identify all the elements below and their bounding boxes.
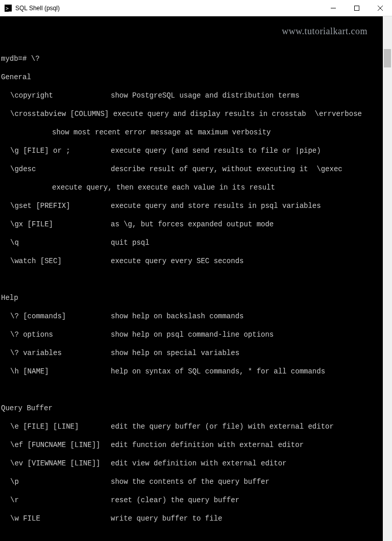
desc-w: write query buffer to file [111, 514, 222, 523]
watermark-text: www.tutorialkart.com [282, 27, 368, 36]
cmd-e: \e [FILE] [LINE] [1, 422, 111, 431]
desc-copyright: show PostgreSQL usage and distribution t… [111, 91, 300, 100]
cmd-p: \p [1, 477, 111, 486]
section-querybuffer: Query Buffer [1, 404, 382, 413]
cmd-h: \h [NAME] [1, 367, 111, 376]
desc-gdesc: describe result of query, without execut… [111, 164, 308, 174]
desc-help-variables: show help on special variables [111, 348, 239, 358]
cmd-gdesc: \gdesc [1, 164, 111, 174]
cmd-ev: \ev [VIEWNAME [LINE]] [1, 459, 111, 468]
desc-r: reset (clear) the query buffer [111, 496, 239, 505]
cmd-q: \q [1, 238, 111, 247]
cmd-gx: \gx [FILE] [1, 220, 111, 229]
terminal-output[interactable]: www.tutorialkart.com mydb=# \? General \… [0, 16, 383, 541]
cmd-ef: \ef [FUNCNAME [LINE]] [1, 440, 111, 450]
desc-help-options: show help on psql command-line options [111, 330, 274, 339]
cmd-help-variables: \? variables [1, 348, 111, 358]
close-button[interactable] [369, 0, 392, 16]
content-area: www.tutorialkart.com mydb=# \? General \… [0, 16, 392, 541]
desc-errverbose: show most recent error message at maximu… [1, 128, 382, 137]
desc-ev: edit view definition with external edito… [111, 459, 286, 468]
vertical-scrollbar[interactable] [383, 16, 392, 541]
prompt-line: mydb=# \? [1, 54, 382, 63]
cmd-w: \w FILE [1, 514, 111, 523]
svg-rect-3 [355, 6, 359, 10]
desc-gx: as \g, but forces expanded output mode [111, 220, 274, 229]
cmd-gset: \gset [PREFIX] [1, 201, 111, 210]
desc-p: show the contents of the query buffer [111, 477, 270, 486]
window-titlebar: >_ SQL Shell (psql) [0, 0, 392, 16]
section-help: Help [1, 293, 382, 302]
cmd-r: \r [1, 496, 111, 505]
desc-crosstab: execute query and display results in cro… [113, 109, 306, 119]
desc-e: edit the query buffer (or file) with ext… [111, 422, 334, 431]
desc-q: quit psql [111, 238, 150, 247]
cmd-g: \g [FILE] or ; [1, 146, 111, 155]
cmd-watch: \watch [SEC] [1, 256, 111, 266]
svg-text:>_: >_ [6, 6, 12, 12]
desc-help-commands: show help on backslash commands [111, 312, 243, 321]
cmd-gexec: \gexec [316, 165, 342, 173]
desc-gexec: execute query, then execute each value i… [1, 183, 382, 192]
scrollbar-thumb[interactable] [384, 49, 391, 67]
maximize-button[interactable] [345, 0, 369, 16]
desc-ef: edit function definition with external e… [111, 440, 304, 450]
app-icon: >_ [4, 4, 12, 12]
cmd-errverbose: \errverbose [315, 110, 362, 118]
desc-watch: execute query every SEC seconds [111, 256, 243, 266]
cmd-help-commands: \? [commands] [1, 312, 111, 321]
window-title: SQL Shell (psql) [15, 5, 322, 12]
minimize-button[interactable] [322, 0, 345, 16]
desc-g: execute query (and send results to file … [111, 146, 321, 155]
desc-gset: execute query and store results in psql … [111, 201, 321, 210]
desc-h: help on syntax of SQL commands, * for al… [111, 367, 325, 376]
cmd-copyright: \copyright [1, 91, 111, 100]
section-general: General [1, 73, 382, 82]
cmd-crosstab: \crosstabview [COLUMNS] [1, 109, 109, 119]
cmd-help-options: \? options [1, 330, 111, 339]
